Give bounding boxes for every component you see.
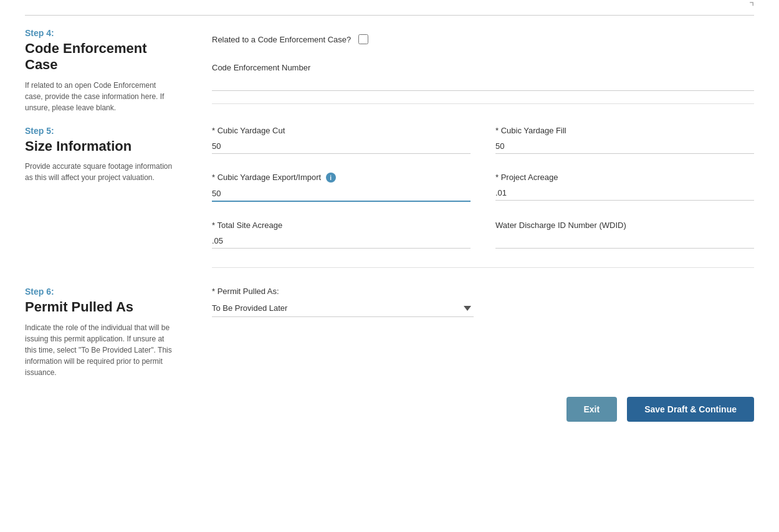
step5-row1: * Cubic Yardage Cut * Cubic Yardage Fill	[212, 126, 754, 154]
project-acreage-field: * Project Acreage	[495, 173, 754, 202]
step6-form: * Permit Pulled As: To Be Provided Later…	[199, 287, 754, 378]
step5-description: Provide accurate square footage informat…	[25, 161, 174, 183]
bottom-actions: Exit Save Draft & Continue	[0, 378, 779, 440]
water-discharge-field: Water Discharge ID Number (WDID)	[495, 221, 754, 249]
step5-row3: * Total Site Acreage Water Discharge ID …	[212, 221, 754, 249]
step5-row2: * Cubic Yardage Export/Import i * Projec…	[212, 173, 754, 202]
cubic-yardage-cut-field: * Cubic Yardage Cut	[212, 126, 471, 154]
cubic-yardage-cut-input[interactable]	[212, 139, 471, 154]
code-enforcement-number-field: Code Enforcement Number	[212, 63, 754, 104]
permit-pulled-as-label: * Permit Pulled As:	[212, 287, 474, 296]
total-site-acreage-field: * Total Site Acreage	[212, 221, 471, 249]
step5-section: Step 5: Size Information Provide accurat…	[0, 113, 779, 275]
step6-description: Indicate the role of the individual that…	[25, 322, 174, 378]
step5-title: Size Information	[25, 138, 174, 154]
water-discharge-input[interactable]	[495, 234, 754, 249]
cubic-yardage-export-field: * Cubic Yardage Export/Import i	[212, 173, 471, 202]
code-enforcement-row: Related to a Code Enforcement Case?	[212, 28, 754, 44]
step4-section: Step 4: Code Enforcement Case If related…	[0, 16, 779, 113]
save-draft-button[interactable]: Save Draft & Continue	[627, 397, 754, 422]
page-container: ⌝ Step 4: Code Enforcement Case If relat…	[0, 0, 779, 532]
permit-pulled-as-select[interactable]: To Be Provided Later Owner Contractor Ow…	[212, 300, 474, 317]
code-enforcement-number-label: Code Enforcement Number	[212, 63, 754, 72]
project-acreage-input[interactable]	[495, 186, 754, 201]
step6-label: Step 6:	[25, 287, 174, 297]
step4-title: Code Enforcement Case	[25, 40, 174, 74]
cubic-yardage-fill-label: * Cubic Yardage Fill	[495, 126, 754, 135]
step5-form: * Cubic Yardage Cut * Cubic Yardage Fill…	[199, 126, 754, 275]
step6-sidebar: Step 6: Permit Pulled As Indicate the ro…	[25, 287, 199, 378]
step6-title: Permit Pulled As	[25, 299, 174, 315]
code-enforcement-number-input[interactable]	[212, 76, 754, 91]
water-discharge-label: Water Discharge ID Number (WDID)	[495, 221, 754, 230]
permit-pulled-as-field: * Permit Pulled As: To Be Provided Later…	[212, 287, 474, 317]
exit-button[interactable]: Exit	[566, 397, 618, 422]
cubic-yardage-export-input[interactable]	[212, 186, 471, 202]
total-site-acreage-label: * Total Site Acreage	[212, 221, 471, 230]
cubic-yardage-fill-input[interactable]	[495, 139, 754, 154]
total-site-acreage-input[interactable]	[212, 234, 471, 249]
step4-form: Related to a Code Enforcement Case? Code…	[199, 28, 754, 113]
code-enforcement-checkbox-label: Related to a Code Enforcement Case?	[212, 35, 351, 44]
cubic-yardage-fill-field: * Cubic Yardage Fill	[495, 126, 754, 154]
step4-label: Step 4:	[25, 28, 174, 38]
project-acreage-label: * Project Acreage	[495, 173, 754, 182]
step4-description: If related to an open Code Enforcement c…	[25, 80, 174, 113]
code-enforcement-checkbox[interactable]	[358, 34, 368, 44]
cubic-yardage-export-label: * Cubic Yardage Export/Import i	[212, 173, 471, 183]
step5-sidebar: Step 5: Size Information Provide accurat…	[25, 126, 199, 275]
cubic-yardage-export-info-icon[interactable]: i	[326, 173, 336, 183]
step5-label: Step 5:	[25, 126, 174, 136]
permit-pulled-as-wrapper: To Be Provided Later Owner Contractor Ow…	[212, 300, 474, 317]
step4-sidebar: Step 4: Code Enforcement Case If related…	[25, 28, 199, 113]
cubic-yardage-cut-label: * Cubic Yardage Cut	[212, 126, 471, 135]
step6-section: Step 6: Permit Pulled As Indicate the ro…	[0, 274, 779, 378]
